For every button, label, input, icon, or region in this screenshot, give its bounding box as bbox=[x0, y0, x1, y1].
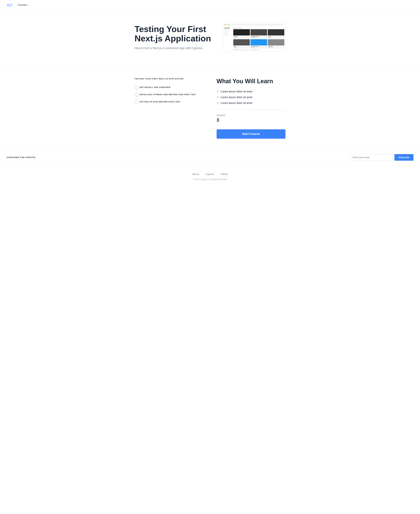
subscribe-button[interactable]: Subscribe bbox=[394, 154, 413, 161]
lesson-label-2: INSTALLING CYPRESS AND WRITING OUR FIRST… bbox=[139, 94, 196, 96]
hero-subtitle: How to test a Next.js e-commerce app wit… bbox=[135, 46, 213, 50]
lesson-dot-1 bbox=[135, 85, 138, 89]
email-input[interactable] bbox=[350, 154, 392, 161]
learn-list: ✓ Lorem ipsum dolor sit amet ✓ Lorem ips… bbox=[217, 90, 285, 105]
hero-section: Testing Your First Next.js Application H… bbox=[128, 10, 292, 68]
lesson-dot-2 bbox=[135, 92, 138, 97]
lesson-list: APP INSTALL AND OVERVIEW INSTALLING CYPR… bbox=[135, 86, 203, 103]
navbar: </> Courses ▾ bbox=[0, 0, 420, 10]
subscribe-bar: SUBSCRIBE FOR UPDATES Subscribe bbox=[0, 149, 420, 166]
curriculum-section: TESTING YOUR FIRST NEXT.JS APPLICATION A… bbox=[135, 78, 203, 139]
list-item: ✓ Lorem ipsum dolor sit amet bbox=[217, 90, 285, 93]
main-content: TESTING YOUR FIRST NEXT.JS APPLICATION A… bbox=[128, 68, 292, 149]
chevron-down-icon: ▾ bbox=[28, 4, 29, 6]
svg-text:</>: </> bbox=[7, 3, 13, 8]
subscribe-form: Subscribe bbox=[350, 154, 413, 161]
start-course-button[interactable]: Start Course bbox=[217, 129, 285, 139]
learn-section: What You Will Learn ✓ Lorem ipsum dolor … bbox=[217, 78, 285, 139]
subscribe-label: SUBSCRIBE FOR UPDATES bbox=[7, 156, 36, 158]
courses-nav-label: Courses bbox=[18, 3, 27, 6]
learn-title: What You Will Learn bbox=[217, 78, 285, 85]
lesson-dot-3 bbox=[135, 100, 138, 104]
list-item: ✓ Lorem ipsum dolor sit amet bbox=[217, 101, 285, 105]
lessons-label: Lessons bbox=[217, 114, 285, 116]
learn-item-2: Lorem ipsum dolor sit amet bbox=[221, 96, 252, 99]
check-icon: ✓ bbox=[217, 96, 219, 99]
curriculum-title: TESTING YOUR FIRST NEXT.JS APPLICATION bbox=[135, 78, 203, 80]
lesson-label-1: APP INSTALL AND OVERVIEW bbox=[139, 86, 170, 88]
list-item: INSTALLING CYPRESS AND WRITING OUR FIRST… bbox=[139, 94, 203, 96]
footer-link-nextjs[interactable]: Next.js bbox=[192, 173, 199, 175]
hero-image: Showing 11 results... Black Hat $40.00 U… bbox=[223, 23, 285, 51]
learn-item-3: Lorem ipsum dolor sit amet bbox=[221, 102, 252, 105]
learn-item-1: Lorem ipsum dolor sit amet bbox=[221, 90, 252, 93]
list-item: SETTING UP DATA BEFORE EACH TEST bbox=[139, 101, 203, 103]
lessons-count: 3 bbox=[217, 118, 285, 123]
hero-text: Testing Your First Next.js Application H… bbox=[135, 24, 213, 50]
list-item: ✓ Lorem ipsum dolor sit amet bbox=[217, 96, 285, 99]
list-item: APP INSTALL AND OVERVIEW bbox=[139, 86, 203, 88]
logo[interactable]: </> bbox=[7, 2, 13, 8]
footer-copyright: © 2022 Cypress. All rights reserved. bbox=[7, 178, 413, 181]
footer-link-cypress[interactable]: Cypress bbox=[206, 173, 214, 175]
hero-title: Testing Your First Next.js Application bbox=[135, 24, 213, 43]
footer-links: Next.js Cypress GitHub bbox=[7, 173, 413, 175]
check-icon: ✓ bbox=[217, 90, 219, 93]
check-icon: ✓ bbox=[217, 101, 219, 105]
footer-link-github[interactable]: GitHub bbox=[221, 173, 228, 175]
lesson-label-3: SETTING UP DATA BEFORE EACH TEST bbox=[139, 101, 180, 103]
footer: Next.js Cypress GitHub © 2022 Cypress. A… bbox=[0, 166, 420, 187]
courses-nav[interactable]: Courses ▾ bbox=[18, 3, 29, 6]
